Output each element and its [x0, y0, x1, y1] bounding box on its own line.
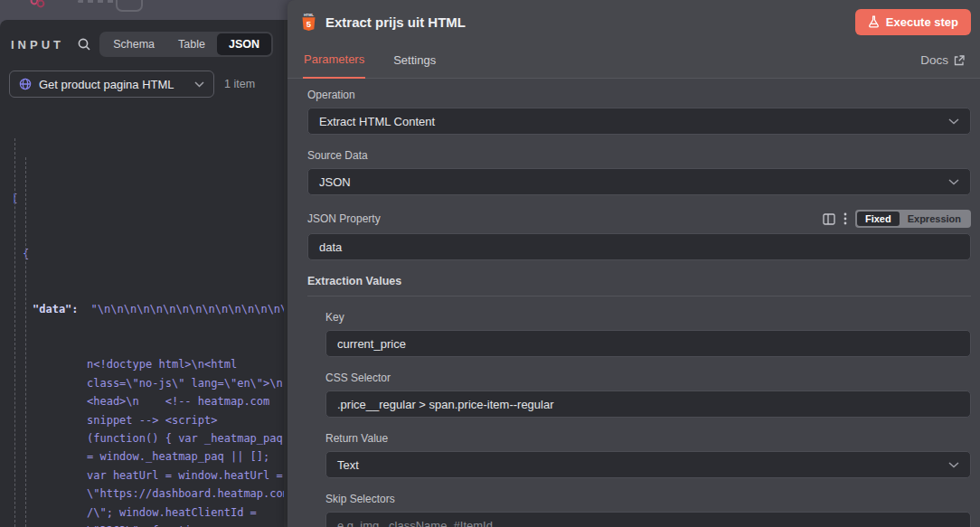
- json-line: snippet --> <script>: [0, 411, 284, 429]
- flask-icon: [868, 15, 880, 28]
- skip-selectors-label: Skip Selectors: [325, 493, 971, 505]
- key-input[interactable]: [325, 330, 971, 357]
- source-data-label: Source Data: [307, 149, 971, 162]
- fixed-expression-toggle: Fixed Expression: [855, 210, 971, 228]
- operation-select[interactable]: Extract HTML Content: [307, 108, 971, 135]
- node-header: HTML 5 Extract prijs uit HTML Execute st…: [287, 0, 980, 43]
- search-icon[interactable]: [77, 37, 91, 52]
- json-property-input[interactable]: [307, 233, 971, 260]
- toggle-expression[interactable]: Expression: [900, 212, 969, 226]
- indent-guide: [25, 157, 26, 527]
- css-selector-label: CSS Selector: [325, 372, 971, 384]
- input-source-select[interactable]: Get product pagina HTML: [9, 71, 214, 98]
- operation-label: Operation: [307, 89, 971, 101]
- field-json-property: JSON Property Fi: [307, 210, 971, 260]
- field-skip-selectors: Skip Selectors: [325, 493, 971, 527]
- kebab-menu-icon[interactable]: [843, 212, 847, 225]
- chevron-down-icon: [948, 118, 959, 125]
- key-label: Key: [325, 311, 971, 324]
- json-line: class=\"no-js\" lang=\"en\">\n: [0, 374, 284, 392]
- json-line: var heatUrl = window.heatUrl =: [0, 466, 284, 485]
- input-panel-title: INPUT: [11, 38, 64, 52]
- svg-text:HTML: HTML: [304, 13, 315, 17]
- node-title: Extract prijs uit HTML: [325, 14, 466, 30]
- svg-text:5: 5: [306, 18, 312, 28]
- chevron-down-icon: [194, 81, 204, 88]
- chevron-down-icon: [948, 462, 959, 468]
- tab-schema[interactable]: Schema: [101, 33, 166, 55]
- json-line: /\"; window.heatClientId =: [0, 503, 284, 522]
- return-value-select[interactable]: Text: [325, 451, 971, 478]
- input-panel-header: INPUT Schema Table JSON: [0, 20, 284, 57]
- json-key: "data":: [33, 303, 79, 315]
- items-count: 1 item: [224, 78, 255, 90]
- split-panel-icon[interactable]: [823, 213, 835, 225]
- source-data-value: JSON: [319, 175, 351, 189]
- execute-step-button[interactable]: Execute step: [855, 9, 971, 35]
- input-panel: INPUT Schema Table JSON Get: [0, 20, 284, 527]
- field-source-data: Source Data JSON: [307, 149, 971, 195]
- json-property-label: JSON Property: [307, 212, 381, 225]
- json-wrapped-lines: n<!doctype html>\n<htmlclass=\"no-js\" l…: [0, 355, 284, 527]
- field-css-selector: CSS Selector: [325, 372, 971, 418]
- field-operation: Operation Extract HTML Content: [307, 89, 971, 135]
- extraction-values-group: Key CSS Selector Return Value Text: [307, 311, 971, 527]
- json-line: \"https://dashboard.heatmap.com: [0, 485, 284, 503]
- json-property-label-row: JSON Property Fi: [307, 210, 971, 228]
- workflow-canvas[interactable]: [0, 0, 287, 20]
- operation-value: Extract HTML Content: [319, 115, 435, 128]
- docs-label: Docs: [920, 53, 948, 67]
- globe-icon: [19, 78, 32, 90]
- node-details-panel: HTML 5 Extract prijs uit HTML Execute st…: [287, 0, 980, 527]
- external-link-icon: [954, 55, 965, 66]
- json-data-line: "data":"\n\n\n\n\n\n\n\n\n\n\n\n\n\n\: [0, 300, 284, 318]
- toggle-fixed[interactable]: Fixed: [857, 212, 900, 226]
- tab-settings[interactable]: Settings: [392, 53, 437, 78]
- json-open-bracket: [: [0, 190, 284, 208]
- execute-step-label: Execute step: [886, 15, 958, 29]
- json-line: n<!doctype html>\n<html: [0, 355, 284, 373]
- source-data-select[interactable]: JSON: [307, 168, 971, 195]
- canvas-node-icon: [30, 0, 46, 8]
- field-return-value: Return Value Text: [325, 432, 971, 478]
- skip-selectors-input[interactable]: [325, 512, 971, 527]
- html5-icon: HTML 5: [301, 13, 316, 32]
- json-output-view[interactable]: [ { "data":"\n\n\n\n\n\n\n\n\n\n\n\n\n\n…: [0, 116, 284, 527]
- json-value-start: "\n\n\n\n\n\n\n\n\n\n\n\n\n\n\: [91, 303, 284, 315]
- app-screen: INPUT Schema Table JSON Get: [0, 0, 980, 527]
- tab-table[interactable]: Table: [166, 33, 217, 55]
- canvas-node-outline: [116, 0, 143, 12]
- docs-link[interactable]: Docs: [920, 53, 965, 78]
- input-source-row: Get product pagina HTML 1 item: [9, 71, 273, 98]
- tab-parameters[interactable]: Parameters: [303, 52, 365, 79]
- extraction-values-heading: Extraction Values: [307, 275, 971, 296]
- input-view-tabs: Schema Table JSON: [99, 32, 273, 57]
- css-selector-input[interactable]: [325, 391, 971, 418]
- tab-json[interactable]: JSON: [217, 33, 271, 55]
- json-line: = window._heatmap_paq || [];: [0, 447, 284, 466]
- return-value-value: Text: [337, 458, 359, 472]
- chevron-down-icon: [948, 179, 959, 185]
- json-line: <head>\n <!-- heatmap.com: [0, 392, 284, 410]
- return-value-label: Return Value: [325, 432, 971, 445]
- parameters-form: Operation Extract HTML Content Source Da…: [287, 79, 980, 527]
- json-property-controls: Fixed Expression: [823, 210, 971, 228]
- node-tabs: Parameters Settings Docs: [287, 43, 980, 79]
- indent-guide: [14, 138, 15, 527]
- json-open-brace: {: [0, 245, 284, 263]
- field-key: Key: [325, 311, 971, 357]
- json-line: \"3263\"; function: [0, 522, 284, 527]
- canvas-node-label-partial: [78, 0, 118, 3]
- json-line: (function() { var _heatmap_paq: [0, 429, 284, 447]
- input-source-label: Get product pagina HTML: [39, 78, 187, 91]
